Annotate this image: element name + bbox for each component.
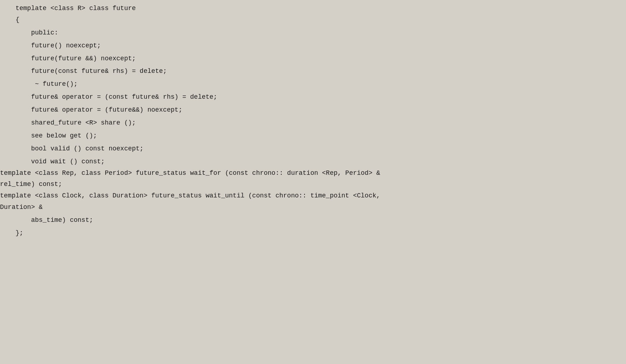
code-line: template <class Clock, class Duration> f… (0, 190, 626, 202)
code-line: bool valid () const noexcept; (0, 143, 626, 155)
code-container: template <class R> class future { public… (0, 0, 626, 364)
code-line: abs_time) const; (0, 215, 626, 226)
code-line: ~ future(); (0, 79, 626, 90)
code-line: rel_time) const; (0, 179, 626, 190)
code-line: Duration> & (0, 202, 626, 213)
code-line: template <class Rep, class Period> futur… (0, 168, 626, 179)
code-line: shared_future <R> share (); (0, 117, 626, 129)
code-line: public: (0, 27, 626, 39)
code-line: template <class R> class future (0, 3, 626, 14)
code-line: future& operator = (const future& rhs) =… (0, 92, 626, 103)
code-line: future(future &&) noexcept; (0, 53, 626, 65)
code-line: future& operator = (future&&) noexcept; (0, 104, 626, 116)
code-line: see below get (); (0, 130, 626, 142)
code-line: { (0, 14, 626, 26)
code-line: future() noexcept; (0, 40, 626, 52)
code-line: }; (0, 228, 626, 239)
code-line: future(const future& rhs) = delete; (0, 66, 626, 77)
code-line: void wait () const; (0, 156, 626, 168)
code-block: template <class R> class future { public… (0, 3, 626, 239)
